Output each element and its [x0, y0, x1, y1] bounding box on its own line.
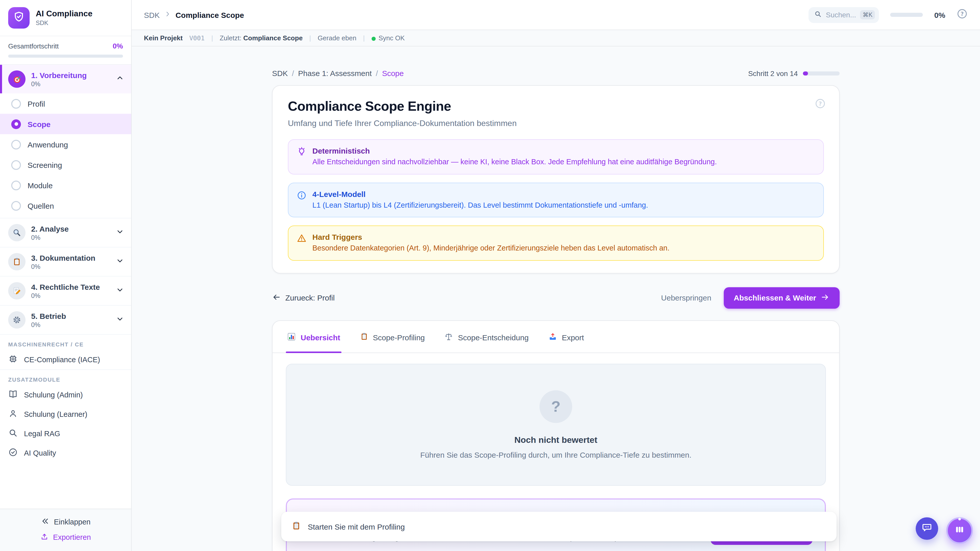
help-icon[interactable]: ? [815, 98, 826, 111]
collapse-sidebar-button[interactable]: Einklappen [0, 514, 131, 530]
export-label: Exportieren [53, 533, 91, 541]
skip-button[interactable]: Ueberspringen [661, 293, 711, 302]
step-label: Schritt 2 von 14 [748, 69, 798, 77]
next-label: Abschliessen & Weiter [734, 293, 816, 302]
phase-group-betrieb: 5. Betrieb 0% [0, 306, 131, 335]
info-box-deterministisch: Deterministisch Alle Entscheidungen sind… [288, 139, 824, 174]
sidebar-item-scope[interactable]: Scope [0, 114, 131, 134]
sidebar-item-schulung-admin[interactable]: Schulung (Admin) [0, 385, 131, 405]
chevron-down-icon [116, 257, 124, 267]
arrow-left-icon [272, 292, 281, 303]
tab-export[interactable]: Export [547, 321, 585, 352]
chevron-down-icon [116, 315, 124, 325]
breadcrumb-separator: / [292, 69, 294, 78]
export-button[interactable]: Exportieren [0, 530, 131, 545]
sidebar-item-ce-compliance[interactable]: CE-Compliance (IACE) [0, 350, 131, 369]
breadcrumb-root[interactable]: SDK [144, 11, 160, 19]
phase-header-rechtliche-texte[interactable]: 4. Rechtliche Texte 0% [0, 276, 131, 305]
profiling-toast[interactable]: Starten Sie mit dem Profiling [281, 512, 837, 541]
sidebar-item-module[interactable]: Module [0, 175, 131, 195]
panel-fab-button[interactable] [946, 517, 973, 544]
app-logo [8, 7, 30, 29]
page-title: Compliance Scope Engine [288, 98, 824, 114]
breadcrumb-current: Compliance Scope [176, 11, 244, 19]
tab-label: Export [562, 333, 584, 342]
step-progress-bar [803, 71, 840, 75]
phase-header-vorbereitung[interactable]: 1. Vorbereitung 0% [0, 65, 131, 94]
sidebar-item-profil[interactable]: Profil [0, 94, 131, 114]
shield-check-icon [13, 11, 25, 25]
sidebar-item-label: Schulung (Learner) [24, 410, 87, 418]
radio-icon [11, 160, 21, 170]
tab-scope-profiling[interactable]: Scope-Profiling [359, 321, 426, 352]
sidebar-item-label: Schulung (Admin) [24, 391, 83, 399]
complete-next-button[interactable]: Abschliessen & Weiter [724, 287, 840, 308]
info-circle-icon [297, 190, 307, 202]
phase-group-rechtliche-texte: 4. Rechtliche Texte 0% [0, 276, 131, 306]
info-box-text: Alle Entscheidungen sind nachvollziehbar… [312, 157, 717, 167]
sidebar-footer: Einklappen Exportieren [0, 509, 131, 551]
phase-header-betrieb[interactable]: 5. Betrieb 0% [0, 306, 131, 334]
columns-icon [954, 524, 965, 537]
phase-header-dokumentation[interactable]: 3. Dokumentation 0% [0, 248, 131, 276]
sync-ok-dot [371, 37, 375, 41]
last-saved-time: Gerade eben [318, 34, 356, 42]
chevron-down-icon [116, 286, 124, 296]
phase-header-analyse[interactable]: 2. Analyse 0% [0, 218, 131, 247]
topbar: SDK Compliance Scope Suchen... ⌘K 0% ? [132, 0, 980, 30]
sidebar-item-label: Screening [27, 160, 62, 169]
question-mark-placeholder: ? [539, 390, 572, 423]
back-button[interactable]: Zurueck: Profil [272, 292, 334, 303]
help-icon[interactable]: ? [956, 8, 968, 21]
sidebar-item-quellen[interactable]: Quellen [0, 195, 131, 216]
check-circle-icon [8, 447, 18, 459]
sidebar-item-label: Anwendung [27, 140, 68, 149]
svg-text:?: ? [819, 100, 822, 107]
memo-pencil-icon [8, 282, 25, 300]
sidebar-item-anwendung[interactable]: Anwendung [0, 134, 131, 155]
empty-state-title: Noch nicht bewertet [514, 435, 597, 445]
empty-state-text: Führen Sie das Scope-Profiling durch, um… [420, 450, 692, 459]
search-input[interactable]: Suchen... ⌘K [808, 7, 879, 23]
radio-icon [11, 99, 21, 108]
chat-bubble-icon [921, 522, 932, 535]
breadcrumb-phase[interactable]: Phase 1: Assessment [298, 69, 372, 78]
tab-uebersicht[interactable]: Uebersicht [286, 321, 341, 352]
empty-state: ? Noch nicht bewertet Führen Sie das Sco… [286, 364, 826, 486]
nav-right: Ueberspringen Abschliessen & Weiter [661, 287, 840, 308]
breadcrumb-separator: / [376, 69, 378, 78]
info-box-4-level-modell: 4-Level-Modell L1 (Lean Startup) bis L4 … [288, 183, 824, 218]
app-identity: AI Compliance SDK [36, 9, 92, 27]
app-window: AI Compliance SDK Gesamtfortschritt 0% 1… [0, 0, 980, 551]
cpu-icon [8, 354, 18, 365]
project-name: Kein Projekt [144, 34, 183, 42]
sidebar-item-screening[interactable]: Screening [0, 155, 131, 175]
sidebar-item-legal-rag[interactable]: Legal RAG [0, 424, 131, 443]
step-indicator: Schritt 2 von 14 [748, 69, 840, 77]
step-progress-fill [803, 71, 808, 75]
radio-icon [11, 140, 21, 149]
chevron-right-icon [164, 10, 171, 19]
search-icon [8, 428, 18, 440]
section-header-maschinenrecht: MASCHINENRECHT / CE [0, 335, 131, 350]
tab-scope-entscheidung[interactable]: Scope-Entscheidung [443, 321, 530, 352]
search-icon [814, 10, 822, 20]
phase-group-vorbereitung: 1. Vorbereitung 0% Profil Scope Anwendun… [0, 65, 131, 218]
scale-icon [444, 332, 453, 343]
chat-fab-button[interactable] [916, 517, 938, 540]
collapse-label: Einklappen [54, 518, 91, 526]
radio-icon [11, 180, 21, 190]
page-subtitle: Umfang und Tiefe Ihrer Compliance-Dokume… [288, 119, 824, 128]
sidebar-item-label: Quellen [27, 201, 54, 210]
gear-icon [8, 311, 25, 329]
phase-percent: 0% [31, 263, 110, 270]
breadcrumb-sdk[interactable]: SDK [272, 69, 288, 78]
main-area: SDK Compliance Scope Suchen... ⌘K 0% ? K… [132, 0, 980, 551]
sidebar-item-schulung-learner[interactable]: Schulung (Learner) [0, 405, 131, 424]
sidebar-item-label: AI Quality [24, 449, 56, 457]
app-subtitle: SDK [36, 19, 92, 27]
content-breadcrumb: SDK / Phase 1: Assessment / Scope [272, 69, 404, 78]
sidebar-item-label: Legal RAG [24, 430, 60, 438]
info-box-hard-triggers: Hard Triggers Besondere Datenkategorien … [288, 225, 824, 260]
sidebar-item-ai-quality[interactable]: AI Quality [0, 443, 131, 463]
